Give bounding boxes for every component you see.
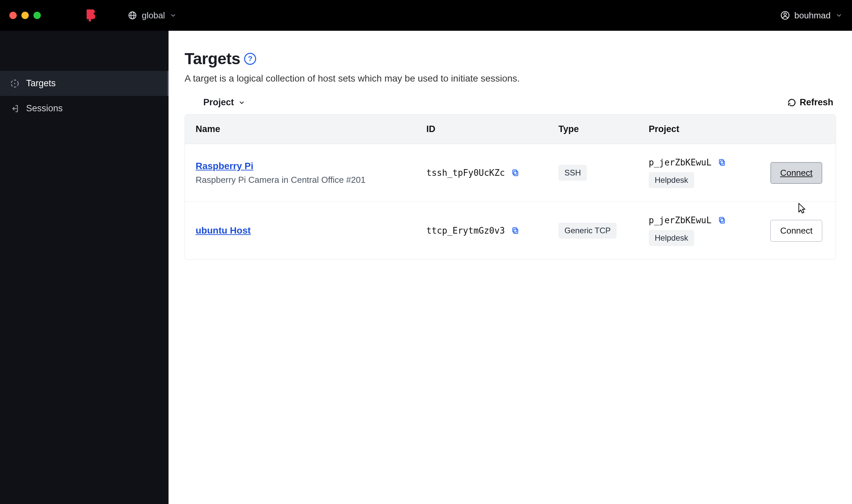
titlebar: global bouhmad [0,0,852,31]
project-id: p_jerZbKEwuL [649,215,712,225]
col-header-actions [752,115,836,144]
copy-id-button[interactable] [511,168,520,177]
minimize-window-button[interactable] [21,12,29,19]
svg-rect-11 [719,159,723,164]
sidebar-item-targets[interactable]: Targets [0,71,168,96]
copy-project-id-button[interactable] [717,216,726,224]
close-window-button[interactable] [10,12,17,19]
window-controls [10,12,41,19]
target-name-link[interactable]: ubuntu Host [196,225,251,236]
refresh-icon [787,98,796,107]
col-header-project: Project [638,115,752,144]
connect-button[interactable]: Connect [770,220,822,241]
copy-project-id-button[interactable] [717,158,726,167]
refresh-label: Refresh [799,97,833,108]
type-badge: Generic TCP [558,222,617,239]
svg-rect-14 [721,219,725,223]
svg-rect-1 [87,19,89,21]
col-header-name: Name [185,115,415,144]
svg-rect-9 [513,170,517,174]
help-icon[interactable]: ? [244,53,256,65]
refresh-button[interactable]: Refresh [787,97,833,108]
project-id: p_jerZbKEwuL [649,158,712,167]
col-header-type: Type [548,115,638,144]
project-filter-label: Project [203,97,234,108]
exit-icon [10,104,19,113]
type-badge: SSH [558,165,587,181]
svg-rect-8 [514,172,518,176]
username-label: bouhmad [795,11,831,21]
chevron-down-icon [835,12,842,19]
main-content: Targets ? A target is a logical collecti… [168,31,852,504]
scope-label: global [142,11,165,21]
chevron-down-icon [170,12,177,19]
svg-rect-10 [721,161,725,165]
svg-rect-15 [719,217,723,221]
page-title: Targets [184,50,240,68]
app-logo [84,8,97,22]
page-description: A target is a logical collection of host… [184,73,836,84]
chevron-down-icon [238,99,245,106]
maximize-window-button[interactable] [33,12,41,19]
connect-button[interactable]: Connect [770,162,822,184]
col-header-id: ID [415,115,548,144]
user-menu[interactable]: bouhmad [780,11,842,21]
project-name-badge: Helpdesk [649,172,694,188]
target-description: Raspberry Pi Camera in Central Office #2… [196,175,405,185]
svg-point-5 [784,13,786,15]
targets-table: Name ID Type Project Raspberry Pi Raspbe… [184,114,836,260]
project-filter[interactable]: Project [203,97,245,108]
sidebar-item-label: Sessions [26,103,63,114]
svg-rect-13 [513,228,517,232]
table-row: Raspberry Pi Raspberry Pi Camera in Cent… [185,144,836,202]
globe-icon [128,11,137,20]
target-name-link[interactable]: Raspberry Pi [196,161,253,171]
target-icon [10,79,19,88]
svg-rect-0 [89,19,91,21]
user-circle-icon [780,11,790,20]
svg-rect-12 [514,229,518,234]
target-id: tssh_tpFy0UcKZc [426,168,505,178]
sidebar-item-label: Targets [26,78,56,89]
sidebar: Targets Sessions [0,31,168,504]
target-id: ttcp_ErytmGz0v3 [426,226,505,236]
scope-picker[interactable]: global [128,11,177,21]
svg-point-7 [14,83,15,84]
table-row: ubuntu Host ttcp_ErytmGz0v3 Generic TCP … [185,202,836,260]
copy-id-button[interactable] [511,226,520,235]
project-name-badge: Helpdesk [649,230,694,246]
sidebar-item-sessions[interactable]: Sessions [0,96,168,121]
